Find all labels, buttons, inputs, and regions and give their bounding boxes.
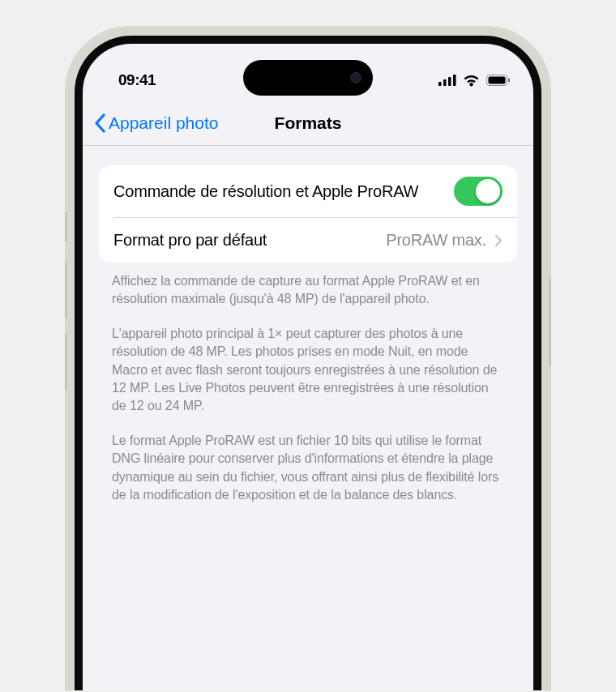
- screen: 09:41: [83, 44, 533, 690]
- svg-rect-3: [453, 75, 456, 86]
- dynamic-island: [243, 60, 373, 96]
- phone-frame: 09:41: [65, 26, 551, 690]
- proraw-toggle[interactable]: [454, 177, 503, 206]
- settings-group: Commande de résolution et Apple ProRAW F…: [99, 165, 517, 263]
- svg-rect-2: [448, 77, 451, 86]
- chevron-right-icon: [494, 234, 503, 247]
- svg-rect-1: [443, 79, 447, 86]
- setting-row-pro-default[interactable]: Format pro par défaut ProRAW max.: [113, 217, 517, 263]
- chevron-left-icon: [94, 113, 105, 133]
- status-indicators: [438, 75, 511, 87]
- status-time: 09:41: [118, 71, 156, 89]
- volume-down-button: [65, 334, 67, 391]
- page-title: Formats: [275, 113, 342, 133]
- footer-description: Affichez la commande de capture au forma…: [83, 263, 533, 504]
- setting-value-group: ProRAW max.: [386, 231, 503, 250]
- navigation-bar: Appareil photo Formats: [83, 100, 533, 146]
- mute-switch: [65, 212, 67, 241]
- battery-icon: [486, 75, 511, 86]
- wifi-icon: [463, 75, 480, 87]
- front-camera-icon: [350, 72, 361, 83]
- cellular-signal-icon: [438, 75, 456, 86]
- setting-label: Commande de résolution et Apple ProRAW: [113, 181, 454, 203]
- power-button: [549, 277, 551, 366]
- footer-paragraph: Affichez la commande de capture au forma…: [112, 272, 504, 309]
- svg-rect-6: [508, 79, 510, 83]
- phone-bezel: 09:41: [75, 36, 541, 690]
- volume-up-button: [65, 261, 67, 318]
- footer-paragraph: Le format Apple ProRAW est un fichier 10…: [112, 432, 504, 505]
- back-button[interactable]: Appareil photo: [94, 113, 218, 133]
- toggle-knob-icon: [476, 179, 500, 203]
- svg-rect-5: [489, 77, 506, 84]
- svg-rect-0: [438, 82, 442, 86]
- back-label: Appareil photo: [109, 113, 218, 133]
- setting-value: ProRAW max.: [386, 231, 486, 250]
- setting-row-proraw-control[interactable]: Commande de résolution et Apple ProRAW: [99, 165, 517, 217]
- footer-paragraph: L'appareil photo principal à 1× peut cap…: [112, 325, 504, 416]
- setting-label: Format pro par défaut: [113, 229, 386, 251]
